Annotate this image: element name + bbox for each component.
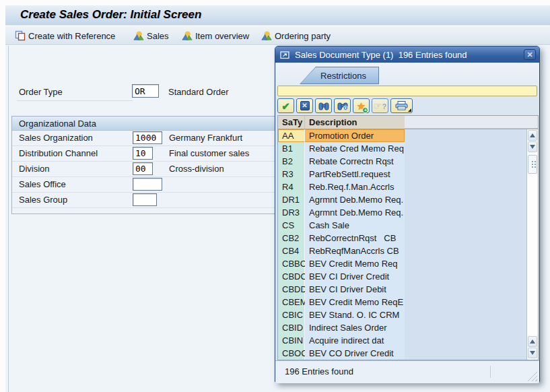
sales-group-input[interactable] [133,193,157,206]
create-with-reference-button[interactable]: Create with Reference [15,29,115,42]
row-filler [405,155,526,168]
mountain-sun-icon [261,31,272,40]
cancel-button[interactable]: ✕ [296,98,313,113]
column-header-filler [405,116,538,129]
table-row[interactable]: R3PartRebSettl.request [278,168,526,181]
table-row[interactable]: CBINAcquire indirect dat [278,334,526,347]
saty-cell: CBIN [278,334,305,347]
title-bar: Create Sales Order: Initial Screen [5,5,550,26]
arrow-down-icon [530,145,535,149]
binoculars-plus-icon [337,102,348,110]
row-filler [405,334,526,347]
field-description: Cross-division [169,164,224,174]
order-type-label: Order Type [19,87,63,97]
saty-cell: R4 [278,181,305,193]
continue-button[interactable]: ✔ [277,98,294,113]
copy-reference-icon [15,30,26,41]
saty-cell: CB2 [278,232,305,244]
print-button[interactable] [390,98,413,113]
button-label: Ordering party [275,31,331,41]
row-filler [405,206,526,219]
table-row[interactable]: CB4RebReqfManAccrls CB [278,244,526,257]
sales-button[interactable]: Sales [133,29,169,42]
value-help-dialog: Sales Document Type (1) 196 Entries foun… [275,46,540,383]
row-filler [405,308,526,321]
table-row[interactable]: CBEMBEV Credit Memo ReqE [278,296,526,308]
row-filler [405,270,526,283]
dialog-title-bar: Sales Document Type (1) 196 Entries foun… [275,46,539,63]
scroll-down-button-bottom[interactable] [528,348,537,358]
resize-grip[interactable] [527,371,537,381]
org-data-rows: Sales OrganizationGermany FrankfurtDistr… [12,131,283,208]
description-cell: RebReqfManAccrls CB [305,244,405,257]
checkmark-icon: ✔ [281,101,290,111]
column-header-description[interactable]: Description [305,116,405,129]
table-row[interactable]: DR1Agrmnt Deb.Memo Req. [278,193,526,206]
field-label: Sales Organization [19,133,93,143]
description-cell: Promotion Order [305,129,405,142]
description-cell: Agrmnt Deb.Memo Req. [305,193,405,206]
add-to-favorites-button[interactable]: ★+ [353,98,370,113]
field-description: Final customer sales [169,148,249,158]
button-label: Create with Reference [28,31,115,41]
row-filler [405,193,526,206]
close-button[interactable]: ✕ [524,49,536,60]
dialog-icon [280,51,290,59]
table-row[interactable]: B1Rebate Cred Memo Req [278,142,526,155]
table-row[interactable]: CBOCBEV CO Driver Credit [278,347,526,360]
description-cell: BEV Stand. O. IC CRM [305,308,405,321]
item-overview-button[interactable]: Item overview [182,29,249,42]
group-title: Organizational Data [12,117,283,131]
saty-cell: DR1 [278,193,305,206]
table-row[interactable]: CB2RebCorrectnRqst CB [278,232,526,244]
order-type-input[interactable] [132,84,159,98]
sales-organization-input[interactable] [133,131,162,144]
description-cell: BEV Credit Memo Req [305,257,405,270]
table-row[interactable]: DR3Agrmnt Deb.Memo Req. [278,206,526,219]
ordering-party-button[interactable]: Ordering party [261,29,331,42]
close-x-icon: ✕ [526,51,532,59]
table-row[interactable]: AAPromotion Order [278,129,526,142]
button-label: Item overview [195,31,249,41]
row-filler [405,219,526,232]
binoculars-icon [318,102,329,110]
application-toolbar: Create with Reference Sales Item overvie… [5,26,550,45]
help-button[interactable]: ☞? [372,98,388,113]
table-row[interactable]: R4Reb.Req.f.Man.Accrls [278,181,526,193]
column-header-saty[interactable]: SaTy [278,116,305,129]
scroll-up-button[interactable] [528,130,537,141]
table-row[interactable]: CBBOBEV Credit Memo Req [278,257,526,270]
distribution-channel-input[interactable] [133,147,153,160]
description-cell: Rebate Cred Memo Req [305,142,405,155]
tab-restrictions[interactable]: Restrictions [300,67,379,84]
organizational-data-group: Organizational Data Sales OrganizationGe… [11,116,283,214]
scroll-down-button[interactable] [528,141,537,152]
table-row[interactable]: CBIDIndirect Sales Order [278,321,526,334]
table-row[interactable]: B2Rebate Correctn Rqst [278,155,526,168]
search-input[interactable] [277,86,537,96]
table-row[interactable]: CBICBEV Stand. O. IC CRM [278,308,526,321]
find-button[interactable] [315,98,332,113]
table-row[interactable]: CBDCBEV CI Driver Credit [278,270,526,283]
dialog-toolbar: ✔ ✕ [277,98,413,113]
saty-cell: B2 [278,155,305,168]
form-row: Sales Group [12,193,283,208]
arrow-up-icon [530,133,535,137]
description-cell: Acquire indirect dat [305,334,405,347]
scrollbar-thumb[interactable] [528,155,537,174]
row-filler [405,321,526,334]
dropdown-caret-icon [408,108,411,112]
vertical-scrollbar[interactable] [526,129,538,360]
division-input[interactable] [133,162,153,175]
row-filler [405,129,526,142]
table-row[interactable]: CBDDBEV CI Driver Debit [278,283,526,296]
saty-cell: R3 [278,168,305,181]
description-cell: PartRebSettl.request [305,168,405,181]
description-cell: BEV Credit Memo ReqE [305,296,405,308]
form-row: Sales Office [12,177,283,193]
table-row[interactable]: CSCash Sale [278,219,526,232]
sales-office-input[interactable] [133,178,162,191]
find-next-button[interactable] [334,98,351,113]
sap-window: Create Sales Order: Initial Screen Creat… [0,0,550,392]
scroll-up-button-bottom[interactable] [528,336,537,347]
